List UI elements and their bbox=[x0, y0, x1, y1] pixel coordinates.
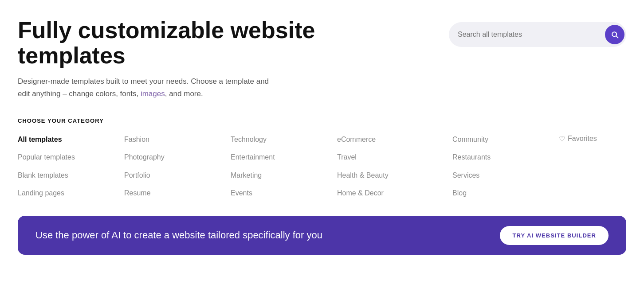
category-section: CHOOSE YOUR CATEGORY All templates Popul… bbox=[18, 117, 626, 198]
category-col-6: ♡ Favorites bbox=[559, 135, 644, 198]
sidebar-item-resume[interactable]: Resume bbox=[124, 188, 231, 198]
sidebar-item-portfolio[interactable]: Portfolio bbox=[124, 171, 231, 180]
category-col-5: Community Restaurants Services Blog bbox=[452, 135, 559, 198]
sidebar-item-photography[interactable]: Photography bbox=[124, 152, 231, 162]
sidebar-item-services[interactable]: Services bbox=[452, 171, 559, 180]
search-input[interactable] bbox=[458, 31, 605, 39]
favorites-label: Favorites bbox=[568, 135, 597, 143]
subtitle-highlight: images bbox=[141, 89, 165, 98]
category-col-4: eCommerce Travel Health & Beauty Home & … bbox=[337, 135, 452, 198]
sidebar-item-fashion[interactable]: Fashion bbox=[124, 135, 231, 144]
search-button[interactable] bbox=[605, 25, 624, 44]
category-grid: All templates Popular templates Blank te… bbox=[18, 135, 626, 198]
ai-banner: Use the power of AI to create a website … bbox=[18, 216, 626, 255]
ai-website-builder-button[interactable]: TRY AI WEBSITE BUILDER bbox=[500, 226, 609, 245]
subtitle-text-2: , and more. bbox=[165, 89, 203, 98]
heart-icon: ♡ bbox=[559, 135, 565, 143]
sidebar-item-community[interactable]: Community bbox=[452, 135, 559, 144]
search-section bbox=[449, 22, 626, 47]
sidebar-item-events[interactable]: Events bbox=[231, 188, 337, 198]
sidebar-item-landing-pages[interactable]: Landing pages bbox=[18, 188, 124, 198]
sidebar-item-all-templates[interactable]: All templates bbox=[18, 135, 124, 144]
sidebar-item-ecommerce[interactable]: eCommerce bbox=[337, 135, 452, 144]
category-col-2: Fashion Photography Portfolio Resume bbox=[124, 135, 231, 198]
sidebar-item-restaurants[interactable]: Restaurants bbox=[452, 152, 559, 162]
header-text-block: Fully customizable website templates Des… bbox=[18, 18, 381, 100]
sidebar-item-technology[interactable]: Technology bbox=[231, 135, 337, 144]
page-title: Fully customizable website templates bbox=[18, 18, 381, 68]
subtitle: Designer-made templates built to meet yo… bbox=[18, 75, 275, 99]
sidebar-item-home-decor[interactable]: Home & Decor bbox=[337, 188, 452, 198]
sidebar-item-health-beauty[interactable]: Health & Beauty bbox=[337, 171, 452, 180]
sidebar-item-blank-templates[interactable]: Blank templates bbox=[18, 171, 124, 180]
category-section-label: CHOOSE YOUR CATEGORY bbox=[18, 117, 626, 124]
category-col-3: Technology Entertainment Marketing Event… bbox=[231, 135, 337, 198]
ai-banner-text: Use the power of AI to create a website … bbox=[35, 230, 322, 241]
sidebar-item-entertainment[interactable]: Entertainment bbox=[231, 152, 337, 162]
search-container bbox=[449, 22, 626, 47]
sidebar-item-favorites[interactable]: ♡ Favorites bbox=[559, 135, 644, 143]
sidebar-item-marketing[interactable]: Marketing bbox=[231, 171, 337, 180]
sidebar-item-popular-templates[interactable]: Popular templates bbox=[18, 152, 124, 162]
sidebar-item-travel[interactable]: Travel bbox=[337, 152, 452, 162]
sidebar-item-blog[interactable]: Blog bbox=[452, 188, 559, 198]
category-col-1: All templates Popular templates Blank te… bbox=[18, 135, 124, 198]
